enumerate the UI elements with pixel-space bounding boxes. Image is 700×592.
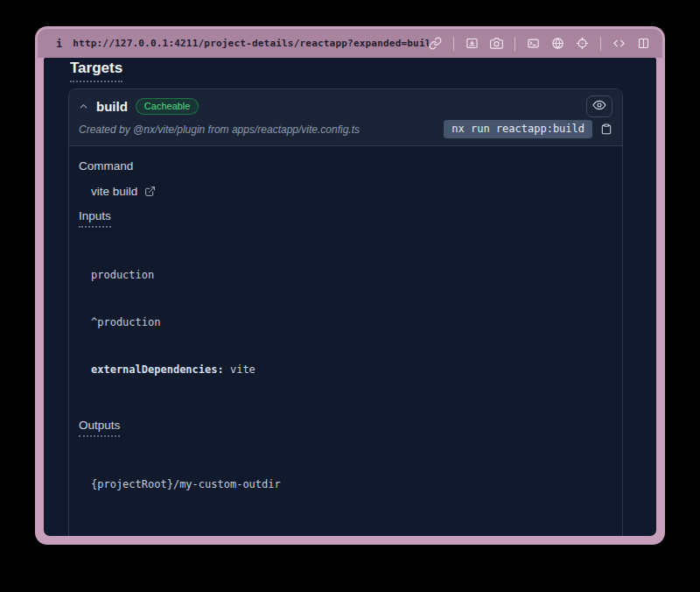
browser-toolbar: i http://127.0.0.1:4211/project-details/… [38, 29, 662, 58]
link-icon[interactable] [429, 37, 442, 50]
toolbar-divider [600, 37, 601, 51]
output-item: {projectRoot}/my-custom-outdir [91, 476, 612, 492]
outputs-label: Outputs [79, 419, 612, 437]
crosshair-icon[interactable] [576, 37, 589, 50]
input-item: production [91, 267, 612, 283]
external-link-icon[interactable] [144, 186, 156, 197]
chevron-up-icon [79, 102, 88, 111]
external-deps-value: vite [224, 363, 256, 376]
command-value: vite build [91, 185, 137, 198]
view-target-graph-button[interactable] [586, 95, 612, 117]
split-view-icon[interactable] [637, 37, 650, 50]
build-target-header[interactable]: build Cacheable Created by @nx/vite/plug… [69, 89, 622, 146]
code-icon[interactable] [612, 37, 626, 50]
run-command-chip: nx run reactapp:build [444, 120, 592, 138]
inputs-label: Inputs [79, 209, 612, 228]
toolbar-divider [514, 37, 515, 51]
info-icon[interactable]: i [56, 38, 62, 50]
eye-icon [592, 98, 606, 115]
target-name: build [96, 99, 128, 114]
build-header-subrow: Created by @nx/vite/plugin from apps/rea… [79, 120, 612, 138]
inputs-list: production ^production externalDependenc… [91, 236, 612, 409]
input-item-external-deps: externalDependencies: vite [91, 362, 612, 377]
browser-window: i http://127.0.0.1:4211/project-details/… [35, 26, 665, 545]
build-header-row: build Cacheable [79, 95, 612, 117]
input-item: ^production [91, 314, 612, 330]
globe-icon[interactable] [551, 37, 564, 50]
external-deps-key: externalDependencies: [91, 363, 224, 376]
command-label: Command [79, 159, 612, 173]
copy-icon[interactable] [600, 123, 612, 136]
created-by-text: Created by @nx/vite/plugin from apps/rea… [79, 123, 360, 136]
outputs-list: {projectRoot}/my-custom-outdir [91, 445, 612, 524]
url-text[interactable]: http://127.0.0.1:4211/project-details/re… [73, 38, 429, 49]
targets-heading: Targets [70, 60, 122, 82]
camera-icon[interactable] [490, 37, 503, 50]
build-target-details: Command vite build Inputs production ^pr… [69, 146, 622, 536]
page-title: Targets [70, 58, 656, 82]
target-card-build: build Cacheable Created by @nx/vite/plug… [68, 88, 623, 536]
project-details-page: Targets build Cacheable [44, 58, 656, 536]
depends-on-label: Depends On [79, 534, 612, 536]
command-value-row: vite build [91, 185, 612, 198]
download-box-icon[interactable] [466, 37, 479, 50]
cacheable-badge: Cacheable [136, 98, 200, 115]
toolbar-divider [453, 37, 454, 51]
toolbar-actions [429, 37, 650, 51]
terminal-icon[interactable] [527, 37, 540, 50]
